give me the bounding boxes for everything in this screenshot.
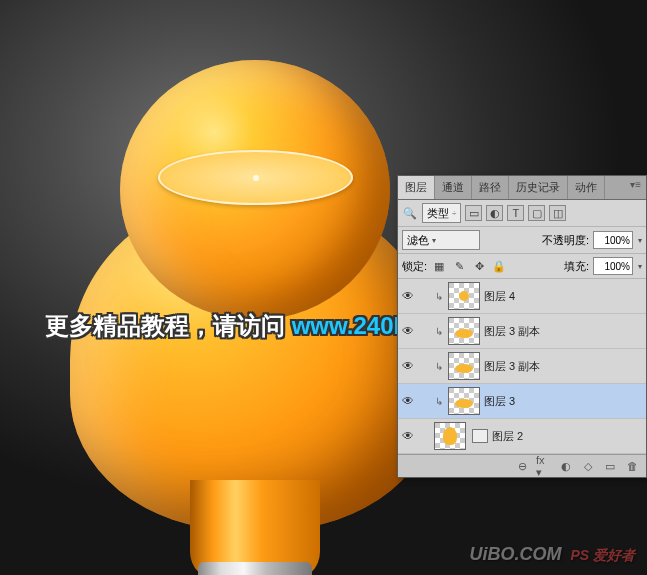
- filter-kind-row: 🔍 类型 ÷ ▭ ◐ T ▢ ◫: [398, 200, 646, 227]
- layer-name[interactable]: 图层 3 副本: [484, 324, 540, 339]
- fx-icon[interactable]: fx ▾: [536, 459, 552, 473]
- fill-arrow-icon[interactable]: ▾: [638, 262, 642, 271]
- overlay-prefix: 更多精品教程，请访问: [45, 312, 292, 339]
- opacity-label: 不透明度:: [542, 233, 589, 248]
- tab-history[interactable]: 历史记录: [509, 176, 568, 199]
- visibility-toggle[interactable]: 👁: [400, 359, 416, 373]
- filter-pixel-icon[interactable]: ▭: [465, 205, 482, 221]
- clip-indicator-icon: ↳: [434, 326, 444, 337]
- panel-tabs: 图层 通道 路径 历史记录 动作 ▾≡: [398, 176, 646, 200]
- watermark-site: UiBO.COM: [469, 544, 561, 564]
- layers-list: 👁 ↳ 图层 4 👁 ↳ 图层 3 副本 👁 ↳ 图层 3 副本: [398, 279, 646, 454]
- mask-icon[interactable]: ◐: [558, 459, 574, 473]
- bulb-metal-base: [198, 562, 312, 575]
- visibility-toggle[interactable]: 👁: [400, 429, 416, 443]
- watermark: UiBO.COM PS 爱好者: [469, 544, 635, 565]
- layer-thumbnail[interactable]: [448, 282, 480, 310]
- layer-thumbnail[interactable]: [434, 422, 466, 450]
- lock-position-icon[interactable]: ✥: [471, 258, 487, 274]
- layer-name[interactable]: 图层 3 副本: [484, 359, 540, 374]
- kind-label: 类型: [427, 206, 449, 221]
- visibility-toggle[interactable]: 👁: [400, 394, 416, 408]
- layer-thumbnail[interactable]: [448, 387, 480, 415]
- clip-indicator-icon: ↳: [434, 291, 444, 302]
- layer-row-selected[interactable]: 👁 ↳ 图层 3: [398, 384, 646, 419]
- kind-dropdown[interactable]: 类型 ÷: [422, 203, 461, 223]
- layer-name[interactable]: 图层 3: [484, 394, 515, 409]
- lock-all-icon[interactable]: 🔒: [491, 258, 507, 274]
- blend-mode-dropdown[interactable]: 滤色 ▾: [402, 230, 480, 250]
- new-layer-icon[interactable]: ▭: [602, 459, 618, 473]
- delete-layer-icon[interactable]: 🗑: [624, 459, 640, 473]
- layer-row[interactable]: 👁 ↳ 图层 3 副本: [398, 314, 646, 349]
- bulb-neck: [190, 480, 320, 575]
- panel-footer: ⊖ fx ▾ ◐ ◇ ▭ 🗑: [398, 454, 646, 477]
- layer-name[interactable]: 图层 4: [484, 289, 515, 304]
- clip-indicator-icon: ↳: [434, 361, 444, 372]
- layer-row[interactable]: 👁 图层 2: [398, 419, 646, 454]
- blend-opacity-row: 滤色 ▾ 不透明度: 100% ▾: [398, 227, 646, 254]
- background-gradient: 更多精品教程，请访问 www.240PS.com UiBO.COM PS 爱好者…: [0, 0, 647, 575]
- tab-actions[interactable]: 动作: [568, 176, 605, 199]
- lock-label: 锁定:: [402, 259, 427, 274]
- visibility-toggle[interactable]: 👁: [400, 324, 416, 338]
- panel-menu-button[interactable]: ▾≡: [625, 176, 646, 199]
- layers-panel: 图层 通道 路径 历史记录 动作 ▾≡ 🔍 类型 ÷ ▭ ◐ T ▢ ◫ 滤色 …: [397, 175, 647, 478]
- orange-slice: [158, 150, 353, 205]
- opacity-value: 100%: [604, 235, 630, 246]
- lock-pixels-icon[interactable]: ✎: [451, 258, 467, 274]
- opacity-field[interactable]: 100%: [593, 231, 633, 249]
- smart-object-badge: [472, 429, 488, 443]
- chevron-down-icon: ▾: [432, 236, 436, 245]
- filter-adjust-icon[interactable]: ◐: [486, 205, 503, 221]
- tab-channels[interactable]: 通道: [435, 176, 472, 199]
- tab-paths[interactable]: 路径: [472, 176, 509, 199]
- fill-field[interactable]: 100%: [593, 257, 633, 275]
- clip-indicator-icon: ↳: [434, 396, 444, 407]
- filter-type-icon[interactable]: T: [507, 205, 524, 221]
- fill-value: 100%: [604, 261, 630, 272]
- filter-shape-icon[interactable]: ▢: [528, 205, 545, 221]
- visibility-toggle[interactable]: 👁: [400, 289, 416, 303]
- watermark-brand: PS 爱好者: [570, 547, 635, 563]
- lock-transparent-icon[interactable]: ▦: [431, 258, 447, 274]
- fill-label: 填充:: [564, 259, 589, 274]
- dropdown-arrow-icon: ÷: [452, 209, 456, 218]
- layer-thumbnail[interactable]: [448, 352, 480, 380]
- layer-thumbnail[interactable]: [448, 317, 480, 345]
- filter-smart-icon[interactable]: ◫: [549, 205, 566, 221]
- kind-search-icon: 🔍: [402, 205, 418, 221]
- adjustment-icon[interactable]: ◇: [580, 459, 596, 473]
- lock-fill-row: 锁定: ▦ ✎ ✥ 🔒 填充: 100% ▾: [398, 254, 646, 279]
- link-layers-icon[interactable]: ⊖: [514, 459, 530, 473]
- tab-layers[interactable]: 图层: [398, 176, 435, 199]
- layer-row[interactable]: 👁 ↳ 图层 3 副本: [398, 349, 646, 384]
- blend-mode-value: 滤色: [407, 233, 429, 248]
- layer-row[interactable]: 👁 ↳ 图层 4: [398, 279, 646, 314]
- layer-name[interactable]: 图层 2: [492, 429, 523, 444]
- opacity-arrow-icon[interactable]: ▾: [638, 236, 642, 245]
